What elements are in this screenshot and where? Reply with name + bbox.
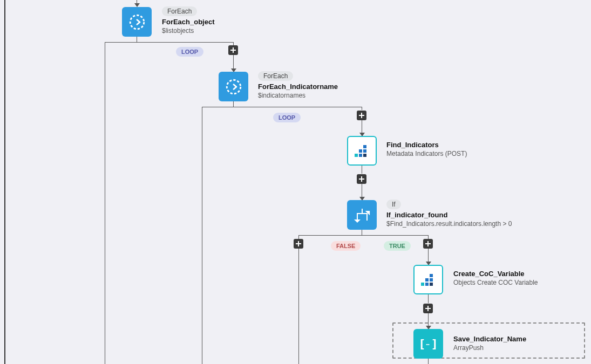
add-step-button[interactable] xyxy=(423,304,433,313)
array-icon: […] xyxy=(418,337,438,351)
loop-icon xyxy=(128,13,146,31)
svg-point-1 xyxy=(227,80,241,94)
bar-chart-icon xyxy=(421,274,436,286)
node-create-coc-variable[interactable] xyxy=(413,265,443,294)
false-label: FALSE xyxy=(331,241,361,251)
node-subtitle: $Find_Indicators.result.indicators.lengt… xyxy=(386,220,512,228)
node-subtitle: Metadata Indicators (POST) xyxy=(386,150,467,157)
bar-chart-icon xyxy=(355,145,370,157)
node-foreach-object[interactable] xyxy=(122,7,152,37)
branch-icon xyxy=(355,209,370,222)
add-step-button[interactable] xyxy=(294,239,303,249)
left-border-bar xyxy=(4,0,5,364)
loop-icon xyxy=(225,78,243,96)
node-type-badge: ForEach xyxy=(258,71,293,81)
add-step-button[interactable] xyxy=(423,239,433,249)
node-title: ForEach_object xyxy=(162,18,215,26)
node-type-badge: ForEach xyxy=(162,6,197,16)
add-step-button[interactable] xyxy=(357,111,366,120)
true-label: TRUE xyxy=(384,241,411,251)
node-subtitle: Objects Create COC Variable xyxy=(453,279,538,286)
node-if-indicator-found[interactable] xyxy=(347,200,377,230)
node-title: ForEach_Indicatorname xyxy=(258,83,338,91)
svg-point-0 xyxy=(130,15,144,29)
loop-label: LOOP xyxy=(176,46,203,57)
node-save-indicator-name[interactable]: […] xyxy=(413,329,443,359)
loop-label: LOOP xyxy=(273,112,301,122)
add-step-button[interactable] xyxy=(228,45,238,55)
node-foreach-indicator[interactable] xyxy=(219,72,248,101)
node-title: Save_Indicator_Name xyxy=(453,335,526,343)
node-subtitle: $indicatornames xyxy=(258,92,338,99)
node-title: If_indicator_found xyxy=(386,211,512,219)
node-subtitle: ArrayPush xyxy=(453,344,526,352)
add-step-button[interactable] xyxy=(357,174,366,184)
node-subtitle: $listobjects xyxy=(162,27,215,35)
node-title: Create_CoC_Variable xyxy=(453,270,538,278)
node-find-indicators[interactable] xyxy=(347,136,377,166)
node-title: Find_Indicators xyxy=(386,141,467,149)
node-type-badge: If xyxy=(386,200,401,209)
